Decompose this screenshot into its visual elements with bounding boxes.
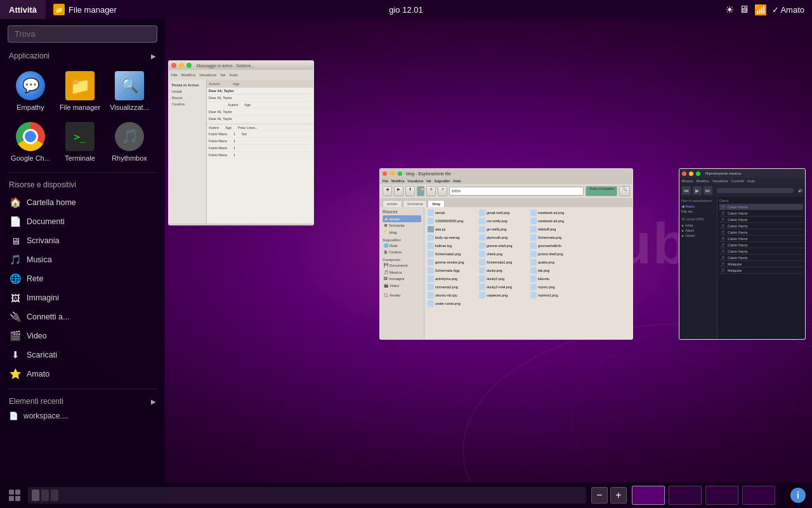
home-icon: 🏠 — [9, 196, 22, 209]
wifi-icon[interactable]: 📶 — [754, 4, 767, 16]
svg-point-2 — [431, 356, 812, 483]
resource-video-label: Video — [27, 331, 47, 340]
music-min-dot — [689, 171, 693, 176]
resource-immagini[interactable]: 🖼 Immagini — [0, 288, 165, 307]
network-folder-icon: 🌐 — [9, 272, 22, 285]
music-window-thumb[interactable]: Riproduzione musica MusicaModificaVisual… — [679, 168, 806, 340]
filemanager-menubar: blog - Esplorazione file — [380, 169, 632, 178]
resource-scrivania[interactable]: 🖥 Scrivania — [0, 231, 165, 250]
email-row: Dear Ali, Taylor — [207, 88, 313, 95]
filemanager-tabs: amato Scrivania blog — [380, 198, 632, 207]
taskbar-thumb-1[interactable] — [32, 490, 39, 501]
recent-workspace[interactable]: 📄 workspace.... — [0, 408, 165, 424]
images-icon: 🖼 — [9, 291, 22, 304]
email-row: Fabio Mano1 — [207, 152, 313, 159]
app-terminal[interactable]: >_ Terminale — [56, 116, 104, 166]
visualizzat-icon: 🔍 — [115, 71, 144, 100]
resource-cartellahome[interactable]: 🏠 Cartella home — [0, 193, 165, 212]
minimize-dot-yellow — [179, 63, 184, 68]
sun-icon[interactable]: ☀ — [725, 4, 734, 16]
downloads-icon: ⬇ — [9, 349, 22, 361]
empathy-label: Empathy — [16, 104, 44, 111]
activities-button[interactable]: Attività — [0, 0, 46, 19]
recent-workspace-label: workspace.... — [23, 411, 69, 420]
video-icon: 🎬 — [9, 330, 22, 342]
email-row: Dear Ali, Taylor — [207, 116, 313, 123]
top-panel: Attività 📁 File manager gio 12.01 ☀ 🖥 📶 … — [0, 0, 812, 19]
filemanager-files: servizi gmail-notif.png notebook-ed.png … — [424, 207, 632, 340]
music-track: 🎵Calvin Harris — [719, 217, 803, 223]
filemanager-title: blog - Esplorazione file — [406, 171, 451, 176]
workspace-thumb-4[interactable] — [742, 486, 775, 505]
taskbar-thumb-2[interactable] — [41, 490, 49, 501]
resource-video[interactable]: 🎬 Video — [0, 326, 165, 345]
visualizzat-label: Visualizzat... — [110, 104, 149, 111]
music-sidebar: Non in riproduzione ◀ Radio File rec.. 3… — [679, 197, 717, 340]
workspace-thumb-3[interactable] — [705, 486, 738, 505]
workspace-thumbnails — [632, 486, 775, 505]
chrome-icon-wrap — [15, 121, 46, 152]
email-window-thumb[interactable]: Messaggio in arrivo - Gestore... FileMod… — [168, 60, 314, 225]
info-button[interactable]: i — [790, 488, 806, 503]
network-icon[interactable]: 🖥 — [739, 4, 749, 15]
fm-close-dot — [383, 171, 387, 176]
email-window-title: Messaggio in arrivo - Gestore... — [197, 64, 254, 68]
resource-scaricati-label: Scaricati — [27, 351, 57, 359]
empathy-icon — [16, 71, 45, 100]
app-empathy[interactable]: Empathy — [6, 65, 55, 115]
file-manager-taskbar-btn[interactable]: 📁 File manager — [46, 0, 124, 19]
email-list: AutoreAge Dear Ali, Taylor Dear Ali, Tay… — [207, 80, 313, 224]
filemanager-window-thumb[interactable]: blog - Esplorazione file FileModificaVis… — [379, 168, 633, 340]
resource-musica[interactable]: 🎵 Musica — [0, 250, 165, 269]
resources-section-header: Risorse e dispositivi — [0, 177, 165, 192]
resource-connettia-label: Connetti a... — [27, 312, 69, 321]
music-toolbar: ⏮ ▶ ⏭ 🔊 — [679, 184, 805, 197]
email-menubar: FileModificaVisualizzaVaiAiuto — [169, 70, 313, 80]
recent-arrow-icon: ▶ — [151, 398, 156, 405]
documents-icon: 📄 — [9, 215, 22, 228]
email-row: Fabio Mano1 — [207, 138, 313, 145]
email-window-content: Messaggio in arrivo - Gestore... FileMod… — [169, 61, 313, 225]
recent-workspace-icon: 📄 — [9, 411, 18, 420]
taskbar-strip — [28, 487, 586, 504]
music-track: 🎵Calvin Harris — [719, 210, 803, 217]
resource-amato[interactable]: ⭐ Amato — [0, 364, 165, 384]
music-track: 🎵Calvin Harris — [719, 236, 803, 242]
taskbar-thumb-3[interactable] — [51, 490, 58, 501]
email-row: Fabio Mano15et — [207, 131, 313, 138]
music-track: 🎵Calvin Harris — [719, 223, 803, 229]
music-track: 🎵Calvin Harris — [719, 248, 803, 255]
music-titlebar: Riproduzione musica — [679, 169, 805, 178]
app-visualizzat[interactable]: 🔍 Visualizzat... — [105, 65, 154, 115]
zoom-out-button[interactable]: − — [591, 487, 608, 504]
resource-cartellahome-label: Cartella home — [27, 198, 76, 207]
connect-icon: 🔌 — [9, 311, 22, 323]
resource-connettia[interactable]: 🔌 Connetti a... — [0, 307, 165, 326]
recent-label: Elementi recenti — [9, 397, 63, 406]
user-name[interactable]: ✓ Amato — [772, 5, 804, 15]
workspace-thumb-1[interactable] — [632, 486, 665, 505]
resource-rete[interactable]: 🌐 Rete — [0, 269, 165, 288]
app-filemanager[interactable]: 📁 File manager — [56, 65, 104, 115]
app-chrome[interactable]: Google Ch... — [6, 116, 55, 166]
resource-scaricati[interactable]: ⬇ Scaricati — [0, 345, 165, 364]
music-close-dot — [682, 171, 686, 176]
app-rhythmbox[interactable]: 🎵 Rhythmbox — [105, 116, 154, 166]
music-track: 🎵Calvin Harris — [719, 255, 803, 261]
email-row: AutoreAgePoss Lines... — [207, 124, 313, 131]
resource-amato-label: Amato — [27, 370, 49, 378]
zoom-in-button[interactable]: + — [610, 487, 627, 504]
filemanager-body: Risorse 🏠amato 🖥Scrivania 📁blog Segnalib… — [380, 207, 632, 340]
resource-documenti[interactable]: 📄 Documenti — [0, 212, 165, 231]
empathy-icon-wrap — [15, 70, 46, 101]
workspace-grid-icon[interactable] — [6, 487, 23, 504]
music-window-content: Riproduzione musica MusicaModificaVisual… — [679, 169, 805, 339]
recent-section-header: Elementi recenti ▶ — [0, 393, 165, 408]
search-input[interactable] — [8, 25, 157, 43]
email-body: Posta in Arrivo Inviati Bozze Cestino Au… — [169, 80, 313, 224]
resource-scrivania-label: Scrivania — [27, 236, 59, 245]
file-manager-label: File manager — [69, 5, 117, 15]
filemanager-icon-wrap: 📁 — [65, 70, 95, 101]
workspace-thumb-2[interactable] — [669, 486, 702, 505]
divider-2 — [8, 389, 157, 389]
